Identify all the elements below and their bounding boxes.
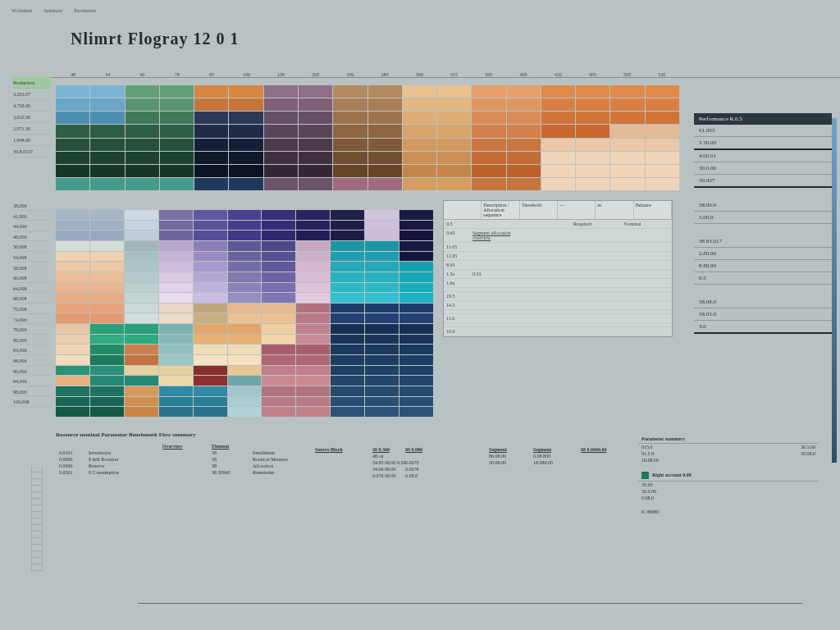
- heatmap-cell: [368, 152, 402, 164]
- tab-worksheet[interactable]: Worksheet: [7, 7, 38, 15]
- detail-cell: 11.95: [444, 252, 470, 260]
- table-row: 30.00: [638, 482, 819, 488]
- y-tick: 74,006: [13, 314, 51, 325]
- table-cell: 38: [208, 450, 249, 456]
- heatmap-cell: [610, 165, 644, 177]
- detail-cell: 11.6: [444, 314, 470, 322]
- heatmap-cell: [541, 85, 575, 98]
- heatmap-cell: [56, 386, 89, 396]
- heatmap-cell: [90, 335, 124, 345]
- heatmap-cell: [331, 252, 364, 262]
- heatmap-cell: [228, 313, 262, 323]
- heatmap-cell: [299, 165, 332, 177]
- table-cell: 48.op: [369, 453, 402, 459]
- heatmap-cell: [507, 152, 541, 164]
- heatmap-cell: [296, 241, 330, 251]
- heatmap-cell: [299, 98, 332, 111]
- heatmap-cell: [194, 221, 227, 231]
- table-cell: Rotation Measure: [249, 456, 302, 463]
- table-cell: Reserve: [85, 463, 159, 469]
- y-tick: 80,006: [13, 335, 51, 345]
- heatmap-cell: [403, 112, 436, 124]
- heatmap-cell: [90, 85, 124, 98]
- detail-cell: [622, 301, 673, 309]
- y-tick: 1,948.00: [13, 135, 51, 146]
- heatmap-cell: [399, 376, 433, 386]
- heatmap-cell: [194, 85, 228, 98]
- detail-cell: [470, 292, 521, 300]
- tab-summary[interactable]: Summary: [39, 7, 67, 15]
- y-tick: 41,000: [13, 211, 51, 221]
- heatmap-cell: [646, 152, 679, 164]
- y-tick: 3,203.07: [13, 89, 51, 100]
- detail-cell: [470, 288, 521, 291]
- heatmap-cell: [399, 386, 433, 396]
- heatmap-cell: [228, 335, 262, 345]
- heatmap-cell: [365, 397, 399, 407]
- heatmap-cell: [159, 252, 193, 262]
- heatmap-cell: [333, 165, 367, 177]
- detail-cell: [444, 323, 470, 326]
- heatmap-cell: [194, 98, 228, 111]
- tab-parameters[interactable]: Parameters: [69, 7, 101, 15]
- heatmap-cell: [399, 335, 433, 345]
- table-header: [249, 443, 302, 450]
- heatmap-cell: [333, 178, 367, 190]
- ruler-tick: [31, 499, 43, 505]
- heatmap-cell: [90, 221, 124, 231]
- heatmap-cell: [610, 139, 644, 151]
- heatmap-cell: [646, 178, 679, 190]
- ruler-tick: [31, 466, 43, 472]
- heatmap-cell: [365, 366, 399, 376]
- heatmap-cell: [159, 386, 193, 396]
- detail-cell: [622, 288, 673, 291]
- table-row: 01.5 830.08.0: [638, 450, 819, 457]
- ruler-tick: [31, 512, 43, 518]
- detail-cell: [622, 314, 673, 322]
- heatmap-cell: [437, 98, 471, 111]
- ruler-tick: [31, 558, 43, 564]
- heatmap-cell: [399, 324, 433, 334]
- heatmap-cell: [399, 293, 433, 303]
- heatmap-cell: [333, 85, 367, 98]
- table-cell: [312, 459, 369, 466]
- heatmap-cell: [296, 252, 330, 262]
- ruler-tick: [31, 492, 43, 499]
- heatmap-cell: [541, 165, 575, 177]
- heatmap-cell: [229, 98, 262, 111]
- heatmap-cell: [56, 397, 89, 407]
- heatmap-cell: [299, 112, 332, 124]
- heatmap-cell: [399, 313, 433, 323]
- heatmap-cell: [56, 178, 89, 190]
- heatmap-cell: [331, 283, 364, 293]
- detail-cell: [521, 288, 572, 291]
- detail-cell: [521, 220, 572, 228]
- table-cell: 80.08.00: [486, 453, 530, 459]
- detail-cell: [521, 323, 572, 326]
- heatmap-cell: [403, 139, 436, 151]
- heatmap-cell: [125, 407, 158, 417]
- table-cell: [578, 459, 625, 466]
- summary-header: Performance R.0.5: [694, 113, 832, 125]
- heatmap-cell: [610, 125, 644, 137]
- heatmap-cell: [365, 386, 399, 396]
- heatmap-cell: [159, 335, 193, 345]
- summary-label: 38 83.017: [699, 238, 722, 244]
- heatmap-cell: [125, 376, 158, 386]
- heatmap-cell: [194, 324, 227, 334]
- heatmap-cell: [399, 304, 433, 313]
- x-tick: 60: [125, 71, 159, 79]
- heatmap-cell: [159, 376, 193, 386]
- heatmap-cell: [610, 152, 644, 164]
- heatmap-cell: [296, 397, 330, 407]
- heatmap-cell: [228, 262, 262, 272]
- heatmap-cell: [90, 345, 124, 354]
- x-axis: 4854607885100108200206285300315355400420…: [56, 71, 679, 79]
- heatmap-cell: [126, 152, 159, 164]
- heatmap-cell: [472, 178, 505, 190]
- detail-cell: [444, 310, 470, 313]
- heatmap-cell: [194, 165, 228, 177]
- heatmap-cell: [56, 407, 89, 417]
- table-header: [56, 443, 85, 450]
- heatmap-cell: [331, 210, 364, 220]
